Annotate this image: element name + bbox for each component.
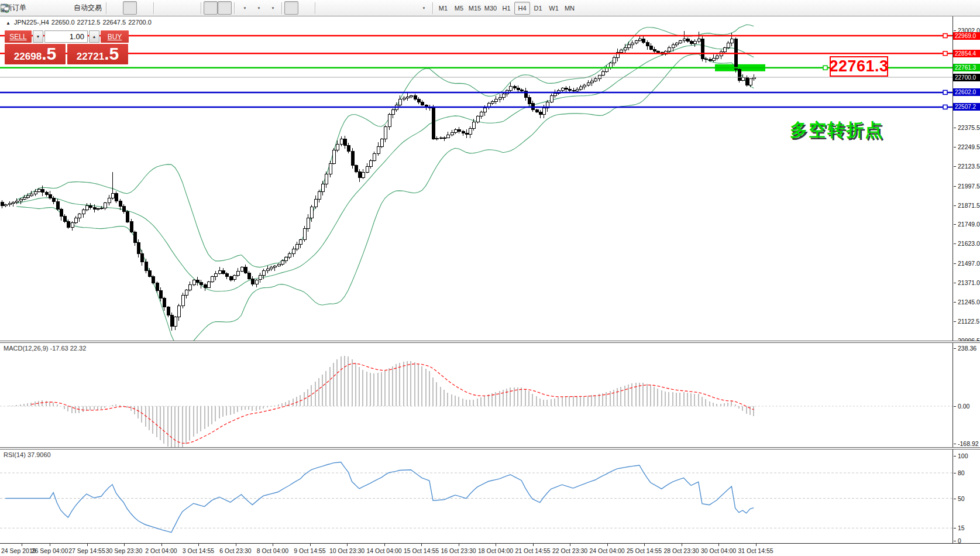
chat-icon: [0, 4, 9, 13]
time-tick: [273, 544, 273, 546]
axis-tick: [954, 147, 956, 147]
chart-canvas[interactable]: ▲JPN225-,H422650.022712.522647.522700.0 …: [0, 16, 980, 556]
line-chart-button[interactable]: [137, 1, 151, 15]
timeframe-button-h1[interactable]: H1: [498, 2, 514, 15]
chart-ohlc-header: ▲JPN225-,H422650.022712.522647.522700.0: [6, 19, 154, 26]
rsi-panel-splitter[interactable]: [0, 447, 980, 449]
time-tick: [22, 544, 22, 546]
axis-tick: [954, 186, 956, 187]
zoom-in-button[interactable]: [156, 1, 170, 15]
timeframe-button-m15[interactable]: M15: [467, 2, 483, 15]
axis-tick-label: 21749.0: [958, 221, 980, 228]
macd-panel[interactable]: [0, 343, 980, 448]
timeframe-button-m30[interactable]: M30: [483, 2, 498, 15]
chinese-annotation: 多空转折点: [790, 118, 883, 142]
timeframe-button-m5[interactable]: M5: [451, 2, 467, 15]
axis-tick-label: 21497.0: [958, 260, 980, 267]
time-tick: [50, 544, 50, 546]
dropdown-caret-icon: ▼: [243, 6, 247, 10]
toolbar-separator: [201, 2, 201, 14]
time-tick: [87, 544, 88, 546]
timeframe-button-w1[interactable]: W1: [546, 2, 562, 15]
buy-price-button[interactable]: 22721.5: [67, 44, 128, 64]
horizontal-line-button[interactable]: [332, 1, 346, 15]
time-tick: [310, 544, 311, 546]
market-watch-button[interactable]: [42, 1, 56, 15]
axis-tick: [954, 205, 956, 206]
buy-button[interactable]: BUY: [101, 30, 129, 43]
time-label: 8 Oct 04:00: [257, 547, 288, 554]
zoom-out-button[interactable]: [170, 1, 184, 15]
axis-tick-label: 21871.5: [958, 202, 980, 209]
time-tick: [384, 544, 385, 546]
time-tick: [459, 544, 459, 546]
time-label: 31 Oct 14:55: [738, 547, 773, 554]
low-value: 22647.5: [102, 19, 126, 26]
timeframe-button-d1[interactable]: D1: [530, 2, 546, 15]
time-label: 26 Sep 04:00: [32, 547, 68, 554]
crosshair-button[interactable]: [298, 1, 312, 15]
line-endpoint-marker: [943, 34, 947, 38]
timeframe-button-h4[interactable]: H4: [514, 2, 530, 15]
arrows-button[interactable]: ▼: [416, 1, 430, 15]
chart-shift-button[interactable]: [218, 1, 232, 15]
price-tag: 22700.0: [953, 74, 980, 81]
timeframe-button-m1[interactable]: M1: [435, 2, 451, 15]
volume-decrease-button[interactable]: ▼: [33, 30, 43, 43]
label-button[interactable]: T: [402, 1, 416, 15]
time-tick: [421, 544, 422, 546]
axis-tick: [954, 528, 956, 528]
toolbar-separator: [106, 2, 106, 14]
time-tick: [533, 544, 534, 546]
toolbar-separator: [281, 2, 282, 14]
signals-button[interactable]: [56, 1, 70, 15]
time-tick: [236, 544, 236, 546]
candlestick-button[interactable]: [123, 1, 137, 15]
toolbar-separator: [153, 2, 154, 14]
line-endpoint-marker: [823, 66, 827, 70]
search-button[interactable]: [952, 1, 966, 15]
time-label: 30 Oct 04:00: [701, 547, 736, 554]
line-endpoint-marker: [943, 90, 947, 94]
auto-scroll-button[interactable]: [204, 1, 218, 15]
chat-button[interactable]: [966, 1, 980, 15]
vertical-line-button[interactable]: [318, 1, 332, 15]
axis-tick: [954, 444, 956, 444]
tile-windows-button[interactable]: [184, 1, 198, 15]
volume-input[interactable]: 1.00: [44, 30, 88, 43]
axis-tick-label: 21997.5: [958, 183, 980, 190]
axis-tick: [954, 302, 956, 303]
periods-button[interactable]: ▼: [251, 1, 265, 15]
collapse-trade-panel-icon[interactable]: ▲: [6, 20, 11, 26]
trendline-button[interactable]: [346, 1, 360, 15]
axis-tick-label: 21623.0: [958, 240, 980, 247]
macd-histogram: [9, 356, 754, 448]
one-click-trading-panel: SELL ▼ 1.00 ▲ BUY 22698.5 22721.5: [5, 30, 129, 64]
time-label: 24 Sep 2019: [1, 547, 36, 554]
rsi-tick-label: 100: [958, 452, 968, 459]
rsi-panel[interactable]: [0, 449, 980, 543]
sell-price-button[interactable]: 22698.5: [5, 44, 66, 64]
sell-button[interactable]: SELL: [5, 30, 32, 43]
cursor-button[interactable]: [284, 1, 298, 15]
alerts-button[interactable]: [28, 1, 42, 15]
axis-tick: [954, 128, 956, 128]
templates-button[interactable]: ▼: [265, 1, 279, 15]
bar-chart-button[interactable]: [109, 1, 123, 15]
text-button[interactable]: A: [388, 1, 402, 15]
time-label: 22 Oct 23:30: [552, 547, 587, 554]
rsi-indicator-label: RSI(14) 37.9060: [4, 451, 51, 458]
autotrading-button[interactable]: 自动交易: [70, 1, 104, 15]
time-label: 16 Oct 23:30: [441, 547, 476, 554]
indicators-button[interactable]: ▼: [237, 1, 251, 15]
fibonacci-button[interactable]: F: [374, 1, 388, 15]
channel-button[interactable]: E: [360, 1, 374, 15]
sell-price-main: 22698: [14, 46, 42, 63]
volume-increase-button[interactable]: ▲: [89, 30, 99, 43]
close-value: 22700.0: [128, 19, 152, 26]
timeframe-button-mn[interactable]: MN: [562, 2, 577, 15]
price-tag: 22602.0: [953, 88, 980, 96]
time-tick: [347, 544, 348, 546]
macd-panel-splitter[interactable]: [0, 341, 980, 343]
price-tag: 22761.3: [953, 64, 980, 71]
